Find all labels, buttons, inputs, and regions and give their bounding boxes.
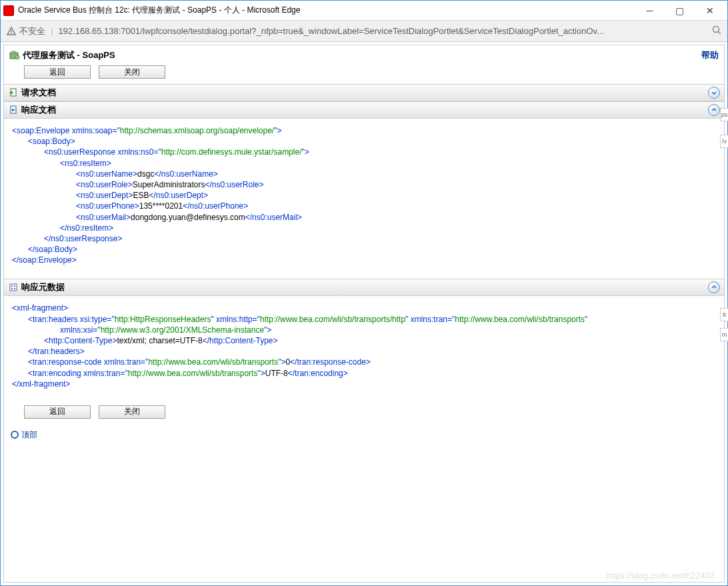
url-text[interactable]: 192.168.65.138:7001/lwpfconsole/testdial…: [58, 26, 707, 36]
section-response-metadata[interactable]: 响应元数据: [4, 279, 724, 296]
svg-rect-11: [11, 288, 13, 289]
back-button[interactable]: 返回: [24, 65, 91, 79]
close-button-bottom[interactable]: 关闭: [99, 405, 165, 419]
section-request-document[interactable]: 请求文档: [4, 84, 724, 101]
insecure-label: 不安全: [19, 25, 45, 37]
svg-rect-0: [11, 30, 11, 33]
metadata-icon: [8, 283, 19, 292]
response-xml-body: <soap:Envelope xmlns:soap="http://schema…: [4, 119, 724, 279]
window-title: Oracle Service Bus 控制台 12c: 代理服务测试 - Soa…: [18, 5, 635, 16]
oracle-icon: [3, 5, 14, 16]
svg-rect-8: [10, 284, 17, 291]
section-response-document[interactable]: 响应文档: [4, 101, 724, 119]
main-panel: 代理服务测试 - SoapPS 帮助 返回 关闭 请求文档: [3, 45, 725, 583]
svg-rect-12: [14, 288, 15, 289]
metadata-xml-body: <xml-fragment> <tran:headers xsi:type="h…: [4, 296, 724, 403]
page-title-name: SoapPS: [83, 50, 115, 60]
svg-rect-9: [11, 285, 13, 287]
svg-rect-10: [14, 285, 15, 287]
minimize-button[interactable]: ─: [635, 1, 665, 21]
button-row-top: 返回 关闭: [4, 63, 724, 84]
close-button-inner[interactable]: 关闭: [99, 65, 165, 79]
document-out-icon: [8, 105, 19, 115]
top-link[interactable]: 顶部: [21, 429, 37, 441]
top-link-row: 顶部: [4, 424, 724, 446]
search-icon[interactable]: [711, 25, 722, 37]
page-title-prefix: 代理服务测试 -: [23, 50, 83, 60]
help-link[interactable]: 帮助: [701, 49, 719, 61]
document-in-icon: [8, 88, 19, 97]
request-section-title: 请求文档: [21, 87, 708, 99]
separator: |: [51, 26, 53, 36]
content-frame: 代理服务测试 - SoapPS 帮助 返回 关闭 请求文档: [1, 42, 727, 585]
proxy-test-icon: [9, 51, 20, 60]
window-controls: ─ ▢ ✕: [635, 1, 725, 21]
top-icon: [11, 431, 19, 439]
metadata-section-title: 响应元数据: [21, 281, 708, 293]
browser-window: Oracle Service Bus 控制台 12c: 代理服务测试 - Soa…: [0, 0, 728, 586]
page-title: 代理服务测试 - SoapPS: [23, 49, 115, 61]
titlebar: Oracle Service Bus 控制台 12c: 代理服务测试 - Soa…: [1, 1, 727, 21]
response-section-title: 响应文档: [21, 104, 708, 116]
svg-rect-1: [11, 33, 11, 33]
back-button-bottom[interactable]: 返回: [24, 405, 91, 419]
expand-icon[interactable]: [708, 87, 720, 99]
address-bar: 不安全 | 192.168.65.138:7001/lwpfconsole/te…: [1, 21, 727, 42]
collapse-icon[interactable]: [708, 281, 720, 293]
page-header: 代理服务测试 - SoapPS 帮助: [4, 45, 724, 63]
collapse-icon[interactable]: [708, 104, 720, 116]
button-row-bottom: 返回 关闭: [4, 403, 724, 424]
maximize-button[interactable]: ▢: [665, 1, 695, 21]
svg-line-3: [719, 32, 721, 35]
close-button[interactable]: ✕: [695, 1, 725, 21]
svg-point-2: [713, 27, 719, 33]
insecure-icon: [6, 26, 17, 37]
